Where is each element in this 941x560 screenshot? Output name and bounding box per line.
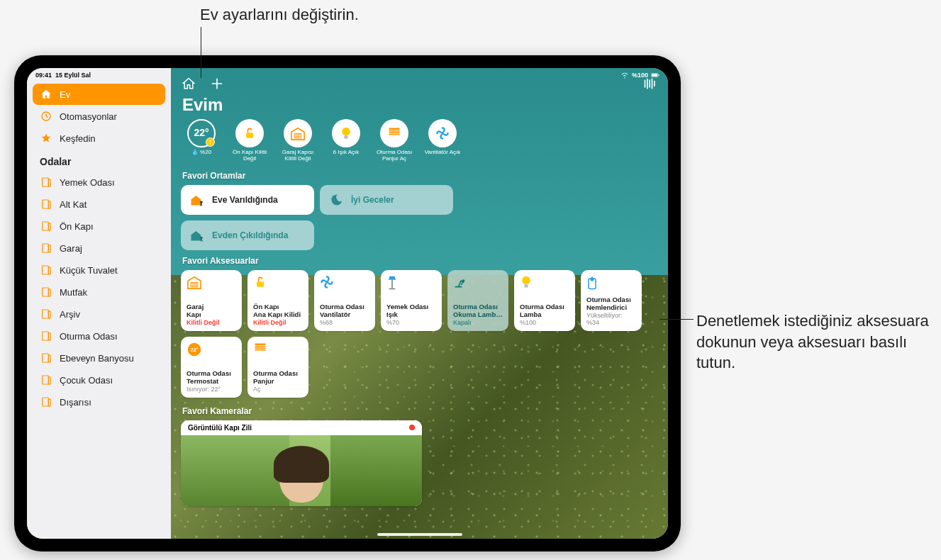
svg-rect-42 [391,279,393,288]
sidebar-item-label: Garaj [60,243,82,254]
svg-point-45 [522,276,530,284]
callout-line-right [659,319,694,320]
humidifier-icon [586,275,636,291]
sidebar-room-item[interactable]: Alt Kat [33,194,165,215]
status-chip[interactable]: 6 Işık Açık [325,119,367,162]
sidebar-item-otomasyonlar[interactable]: Otomasyonlar [33,106,165,127]
status-chip[interactable]: Oturma Odası Panjur Aç [374,119,415,162]
accessory-tile[interactable]: Yemek OdasıIşık %70 [381,270,442,331]
svg-rect-24 [43,398,49,406]
accessory-status: Isınıyor: 22° [186,386,236,393]
accessory-name: Oturma OdasıVantilatör [320,303,369,319]
scene-tile[interactable]: Evden Çıkıldığında [181,220,314,250]
bulb-icon [332,119,360,147]
sidebar-room-item[interactable]: Oturma Odası [33,325,165,347]
svg-rect-11 [48,245,50,252]
lamp-desk-icon [453,275,503,291]
svg-rect-5 [48,179,50,186]
scenes-grid: Eve Varıldığındaİyi GecelerEvden Çıkıldı… [181,185,658,250]
weather-chip[interactable]: 22° ↑ 💧 %20 [181,119,222,162]
callout-top: Ev ayarlarını değiştirin. [200,6,359,24]
sun-icon: ↑ [206,138,215,147]
garage-icon [186,275,236,291]
leave-icon [189,228,205,243]
accessory-name: Oturma OdasıTermostat [186,370,236,386]
sidebar-item-label: Otomasyonlar [60,111,117,122]
accessory-tile[interactable]: 22° Oturma OdasıTermostat Isınıyor: 22° [181,337,242,398]
svg-rect-33 [389,134,400,135]
camera-preview [181,435,422,506]
sidebar-item-label: Alt Kat [60,199,87,210]
sidebar-room-item[interactable]: Ebeveyn Banyosu [33,347,165,369]
bulb-icon [520,275,569,291]
accessory-name: Oturma OdasıLamba [520,303,569,319]
sidebar-item-label: Çocuk Odası [60,375,113,386]
status-chip-label: Garaj Kapısı Kilitli Değil [277,150,318,162]
svg-rect-4 [43,178,49,186]
sidebar-room-item[interactable]: Dışarısı [33,391,165,413]
sidebar-item-label: Keşfedin [60,133,96,144]
sidebar-room-item[interactable]: Küçük Tuvalet [33,259,165,281]
accessory-tile[interactable]: Oturma OdasıNemlendirici Yükseltiliyor: … [581,270,642,331]
sidebar-item-label: Ön Kapı [60,221,94,232]
sidebar-room-item[interactable]: Ön Kapı [33,215,165,237]
accessory-tile[interactable]: Ön KapıAna Kapı Kilidi Kilitli Değil [247,270,308,331]
sidebar-item-keşfedin[interactable]: Keşfedin [33,128,165,149]
status-right: %100 [620,72,659,79]
svg-rect-51 [255,345,266,347]
garage-icon [284,119,312,147]
camera-tile[interactable]: Görüntülü Kapı Zili [181,420,422,506]
main-content: Evim 22° ↑ 💧 %20 Ön Kapı Kilitli DeğilGa… [171,68,668,539]
svg-rect-21 [48,355,50,362]
svg-rect-8 [43,222,49,230]
accessory-status: %68 [320,319,369,326]
svg-rect-29 [345,135,348,138]
sidebar-room-item[interactable]: Arşiv [33,303,165,325]
scene-tile[interactable]: Eve Varıldığında [181,185,314,215]
svg-rect-26 [246,133,253,138]
svg-rect-50 [255,343,266,345]
status-chip[interactable]: Vantilatör Açık [422,119,463,162]
scene-label: İyi Geceler [351,195,394,205]
sidebar-item-label: Dışarısı [60,397,91,408]
sidebar-item-label: Ev [60,89,70,100]
battery-icon [651,72,659,79]
sidebar-room-item[interactable]: Yemek Odası [33,172,165,193]
room-icon [40,352,52,364]
accessory-tile[interactable]: Oturma OdasıVantilatör %68 [314,270,375,331]
svg-rect-16 [43,310,49,318]
scene-tile[interactable]: İyi Geceler [320,185,453,215]
svg-rect-23 [48,377,50,384]
sidebar-item-ev[interactable]: Ev [33,84,165,105]
callout-line-top [201,27,201,78]
svg-rect-22 [43,376,49,384]
accessory-name: Oturma OdasıPanjur [253,370,303,386]
sidebar-item-label: Küçük Tuvalet [60,265,118,276]
blinds-icon [253,342,303,357]
accessories-grid: GarajKapı Kilitli Değil Ön KapıAna Kapı … [181,270,658,331]
accessory-tile[interactable]: Oturma OdasıPanjur Aç [247,337,308,398]
thermostat-icon: 22° [186,342,236,357]
svg-rect-1 [652,74,658,77]
room-icon [40,198,52,211]
svg-rect-18 [43,332,49,340]
sidebar-room-item[interactable]: Garaj [33,237,165,259]
sidebar-room-item[interactable]: Çocuk Odası [33,369,165,391]
sidebar-item-label: Oturma Odası [60,331,118,342]
person-face [279,452,323,503]
accessory-tile[interactable]: Oturma OdasıLamba %100 [514,270,575,331]
svg-rect-46 [525,284,528,287]
room-icon [40,220,52,233]
svg-point-38 [200,236,202,238]
sidebar-room-item[interactable]: Mutfak [33,281,165,303]
status-chip[interactable]: Garaj Kapısı Kilitli Değil [277,119,318,162]
accessory-name: Oturma OdasıNemlendirici [586,296,636,312]
scene-label: Eve Varıldığında [212,195,278,205]
accessory-tile[interactable]: GarajKapı Kilitli Değil [181,270,242,331]
svg-rect-40 [257,281,264,287]
home-icon [40,88,52,101]
accessory-tile[interactable]: Oturma OdasıOkuma Lamb… Kapalı [447,270,508,331]
accessory-name: Ön KapıAna Kapı Kilidi [253,303,303,319]
status-chip[interactable]: Ön Kapı Kilitli Değil [229,119,270,162]
svg-rect-17 [48,311,50,318]
